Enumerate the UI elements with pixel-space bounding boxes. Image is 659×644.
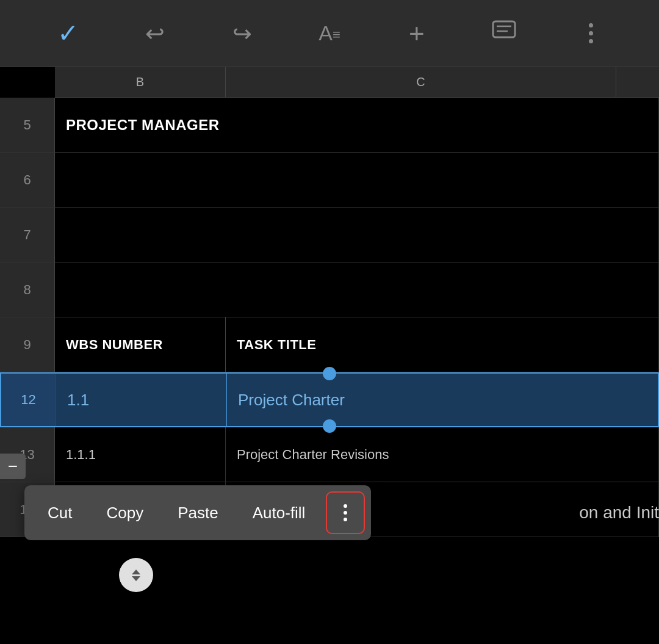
row-number: 9 xyxy=(0,317,55,372)
table-row: 8 xyxy=(0,262,659,317)
selection-handle-top[interactable] xyxy=(323,367,336,380)
table-row: 9 WBS NUMBER TASK TITLE xyxy=(0,317,659,372)
cell-c9[interactable]: TASK TITLE xyxy=(226,317,659,372)
selection-handle-bottom[interactable] xyxy=(323,419,336,433)
row-number: 6 xyxy=(0,153,55,207)
more-button[interactable] xyxy=(572,15,609,52)
cell-c12[interactable]: Project Charter xyxy=(227,374,658,426)
more-icon xyxy=(589,23,593,43)
toolbar: ✓ ↩ ↪ A≡ + xyxy=(0,0,659,67)
table-row: 6 xyxy=(0,153,659,208)
minus-icon: − xyxy=(8,457,18,476)
table-row-selected[interactable]: 12 1.1 Project Charter xyxy=(0,372,659,427)
stepper-icon xyxy=(132,570,140,581)
paste-button[interactable]: Paste xyxy=(160,485,236,540)
cell-b12[interactable]: 1.1 xyxy=(56,374,227,426)
context-menu-more-button[interactable] xyxy=(326,491,365,534)
row-number: 12 xyxy=(1,374,56,426)
column-header-b: B xyxy=(55,67,226,97)
add-button[interactable]: + xyxy=(398,15,435,52)
redo-button[interactable]: ↪ xyxy=(224,15,261,52)
check-icon: ✓ xyxy=(57,18,79,48)
font-button[interactable]: A≡ xyxy=(311,15,348,52)
minus-button[interactable]: − xyxy=(0,454,26,479)
rows-area: 5 PROJECT MANAGER 6 7 8 9 WBS NUMBER TAS… xyxy=(0,98,659,537)
cut-button[interactable]: Cut xyxy=(31,485,89,540)
row-number: 5 xyxy=(0,98,55,152)
add-icon: + xyxy=(409,18,425,49)
cell-b8[interactable] xyxy=(55,262,659,317)
comment-button[interactable] xyxy=(486,15,522,52)
cell-b5[interactable]: PROJECT MANAGER xyxy=(55,98,659,152)
font-icon: A≡ xyxy=(319,21,340,45)
row-number: 7 xyxy=(0,208,55,262)
three-dots-icon xyxy=(344,504,347,521)
stepper-button[interactable] xyxy=(119,558,153,592)
table-row: 13 1.1.1 Project Charter Revisions xyxy=(0,427,659,482)
column-header-c: C xyxy=(226,67,616,97)
context-menu: Cut Copy Paste Auto-fill xyxy=(24,485,371,540)
cell-b7[interactable] xyxy=(55,208,659,262)
cell-b9[interactable]: WBS NUMBER xyxy=(55,317,226,372)
undo-icon: ↩ xyxy=(145,20,165,47)
column-headers: B C xyxy=(55,67,659,98)
comment-icon xyxy=(492,20,516,47)
copy-button[interactable]: Copy xyxy=(89,485,160,540)
table-row: 5 PROJECT MANAGER xyxy=(0,98,659,153)
spreadsheet-container: B C − 5 PROJECT MANAGER 6 7 8 9 WB xyxy=(0,67,659,644)
table-row: 7 xyxy=(0,208,659,262)
redo-icon: ↪ xyxy=(232,20,252,47)
cell-c13[interactable]: Project Charter Revisions xyxy=(226,427,659,482)
svg-rect-0 xyxy=(493,21,515,37)
check-button[interactable]: ✓ xyxy=(49,15,86,52)
autofill-button[interactable]: Auto-fill xyxy=(236,485,323,540)
cell-b6[interactable] xyxy=(55,153,659,207)
undo-button[interactable]: ↩ xyxy=(137,15,173,52)
row-number: 8 xyxy=(0,262,55,317)
cell-b13[interactable]: 1.1.1 xyxy=(55,427,226,482)
